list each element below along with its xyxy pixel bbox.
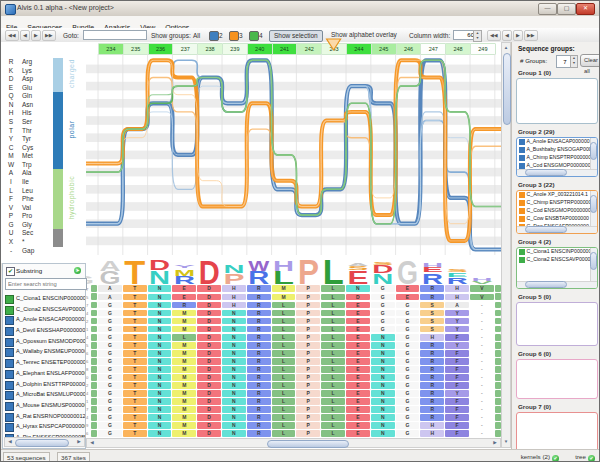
- goto-first-button[interactable]: ◀◀: [5, 30, 19, 41]
- alignment-cell[interactable]: T: [123, 334, 147, 341]
- alignment-cell[interactable]: G: [396, 302, 420, 309]
- alignment-cell[interactable]: A: [98, 294, 122, 301]
- alignment-cell[interactable]: R: [247, 310, 271, 317]
- alignment-cell[interactable]: H: [420, 334, 444, 341]
- alignment-cell[interactable]: L: [321, 310, 345, 317]
- alignment-cell[interactable]: N: [371, 430, 395, 437]
- alignment-cell[interactable]: P: [296, 406, 320, 413]
- alignment-cell[interactable]: G: [98, 422, 122, 429]
- alignment-cell[interactable]: E: [346, 390, 370, 397]
- alignment-cell[interactable]: -: [470, 366, 494, 373]
- alignment-cell[interactable]: D: [197, 390, 221, 397]
- alignment-cell[interactable]: R: [247, 358, 271, 365]
- alignment-cell[interactable]: F: [445, 398, 469, 405]
- sequence-list-item[interactable]: A_Devil ENSSHAP00000000194: [4, 326, 85, 337]
- alignment-cell[interactable]: Y: [445, 390, 469, 397]
- alignment-cell[interactable]: E: [172, 285, 196, 292]
- alignment-cell[interactable]: G: [98, 302, 122, 309]
- alignment-cell[interactable]: D: [197, 374, 221, 381]
- alignment-cell[interactable]: M: [172, 406, 196, 413]
- alignment-cell[interactable]: E: [346, 374, 370, 381]
- alignment-cell[interactable]: N: [222, 334, 246, 341]
- group-h-scrollbar-thumb[interactable]: [525, 226, 567, 233]
- alignment-cell[interactable]: N: [148, 390, 172, 397]
- alignment-cell[interactable]: D: [197, 366, 221, 373]
- alignment-cell[interactable]: H: [445, 285, 469, 292]
- group-box-4[interactable]: C_Ciona1 ENSCINP00000001C_Ciona2 ENSCSAV…: [516, 247, 598, 289]
- alignment-cell[interactable]: P: [296, 285, 320, 292]
- alignment-cell[interactable]: N: [222, 398, 246, 405]
- alignment-cell[interactable]: L: [321, 430, 345, 437]
- alignment-cell[interactable]: G: [98, 310, 122, 317]
- alignment-cell[interactable]: S: [420, 310, 444, 317]
- alignment-cell[interactable]: R: [247, 422, 271, 429]
- alignment-cell[interactable]: R: [247, 366, 271, 373]
- alignment-cell[interactable]: N: [222, 342, 246, 349]
- alignment-cell[interactable]: M: [272, 294, 296, 301]
- group-item[interactable]: C_Chimp ENSPTRP0000000: [517, 199, 597, 207]
- alignment-grid[interactable]: 7ATNEDHRMPLNGERHV5ATNEDHRMPLDGERHV7GTNRD…: [86, 285, 501, 438]
- alignment-cell[interactable]: G: [396, 398, 420, 405]
- alignment-cell[interactable]: D: [197, 334, 221, 341]
- alignment-cell[interactable]: L: [272, 390, 296, 397]
- alignment-cell[interactable]: V: [470, 285, 494, 292]
- alignment-cell[interactable]: N: [222, 318, 246, 325]
- alignment-cell[interactable]: T: [123, 390, 147, 397]
- alignment-cell[interactable]: -: [470, 390, 494, 397]
- alignment-cell[interactable]: M: [172, 430, 196, 437]
- alignment-cell[interactable]: L: [272, 318, 296, 325]
- alignment-cell[interactable]: N: [222, 422, 246, 429]
- grid-v-scrollbar[interactable]: ▲ ▼: [501, 42, 511, 448]
- alignment-cell[interactable]: L: [321, 398, 345, 405]
- alignment-cell[interactable]: R: [420, 406, 444, 413]
- alignment-cell[interactable]: N: [371, 334, 395, 341]
- alignment-cell[interactable]: G: [396, 310, 420, 317]
- alignment-cell[interactable]: R: [247, 414, 271, 421]
- alignment-cell[interactable]: N: [148, 342, 172, 349]
- alignment-cell[interactable]: D: [197, 302, 221, 309]
- alignment-cell[interactable]: P: [296, 350, 320, 357]
- alignment-cell[interactable]: P: [296, 430, 320, 437]
- grid-v-scrollbar-thumb[interactable]: [503, 53, 511, 125]
- alignment-cell[interactable]: R: [247, 390, 271, 397]
- alignment-cell[interactable]: T: [123, 406, 147, 413]
- alignment-cell[interactable]: L: [272, 414, 296, 421]
- alignment-cell[interactable]: L: [321, 318, 345, 325]
- alignment-cell[interactable]: T: [123, 430, 147, 437]
- alignment-cell[interactable]: D: [197, 422, 221, 429]
- alignment-cell[interactable]: R: [247, 398, 271, 405]
- alignment-cell[interactable]: E: [346, 366, 370, 373]
- alignment-cell[interactable]: G: [371, 285, 395, 292]
- alignment-cell[interactable]: N: [148, 422, 172, 429]
- alignment-cell[interactable]: F: [445, 366, 469, 373]
- alignment-cell[interactable]: D: [197, 310, 221, 317]
- alignment-cell[interactable]: P: [296, 358, 320, 365]
- alignment-cell[interactable]: F: [445, 382, 469, 389]
- alignment-cell[interactable]: N: [148, 382, 172, 389]
- grid-h-scrollbar-thumb[interactable]: [267, 440, 349, 448]
- alignment-cell[interactable]: N: [148, 398, 172, 405]
- alignment-cell[interactable]: N: [371, 350, 395, 357]
- alignment-cell[interactable]: T: [123, 318, 147, 325]
- sequence-list-item[interactable]: A_Hyrax ENSPCAP00000004012: [4, 422, 85, 433]
- alignment-cell[interactable]: R: [247, 294, 271, 301]
- alignment-cell[interactable]: G: [396, 318, 420, 325]
- alignment-cell[interactable]: P: [296, 318, 320, 325]
- alignment-cell[interactable]: E: [346, 334, 370, 341]
- alignment-cell[interactable]: N: [222, 350, 246, 357]
- alignment-cell[interactable]: A: [445, 302, 469, 309]
- alignment-cell[interactable]: M: [172, 358, 196, 365]
- alignment-cell[interactable]: P: [296, 382, 320, 389]
- close-button[interactable]: ✕: [576, 3, 595, 15]
- group-item[interactable]: C_Ciona1 ENSCINP00000001: [517, 248, 597, 256]
- group-item[interactable]: C_Ciona2 ENSCSAVP000000: [517, 256, 597, 264]
- alignment-cell[interactable]: T: [123, 358, 147, 365]
- alignment-cell[interactable]: L: [321, 414, 345, 421]
- alignment-cell[interactable]: N: [148, 430, 172, 437]
- alignment-cell[interactable]: N: [222, 374, 246, 381]
- alignment-cell[interactable]: N: [371, 366, 395, 373]
- sequence-list[interactable]: C_Ciona1 ENSCINP00000001017C_Ciona2 ENSC…: [4, 294, 85, 437]
- alignment-cell[interactable]: G: [98, 374, 122, 381]
- alignment-cell[interactable]: G: [396, 358, 420, 365]
- alignment-cell[interactable]: G: [98, 350, 122, 357]
